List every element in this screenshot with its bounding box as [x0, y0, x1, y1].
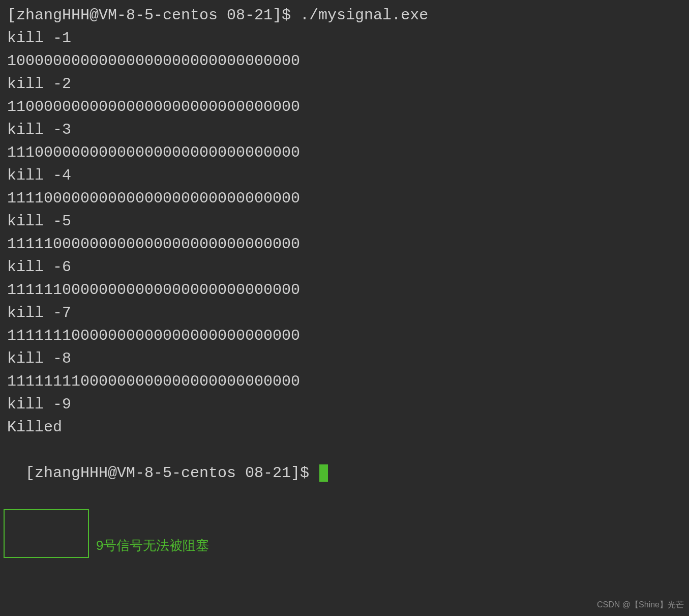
terminal-output-line: kill -9 — [7, 393, 689, 416]
terminal-prompt-line[interactable]: [zhangHHH@VM-8-5-centos 08-21]$ — [7, 439, 689, 485]
watermark: CSDN @【Shine】光芒 — [597, 599, 684, 611]
highlight-box — [4, 509, 89, 558]
terminal-output-line: 11100000000000000000000000000000 — [7, 141, 689, 164]
terminal-output-line: kill -4 — [7, 164, 689, 187]
terminal-output-line: kill -8 — [7, 347, 689, 370]
terminal-output-line: 11111100000000000000000000000000 — [7, 279, 689, 302]
terminal-output-line: 11111111000000000000000000000000 — [7, 370, 689, 393]
terminal-output-line: 10000000000000000000000000000000 — [7, 50, 689, 73]
terminal-output-line: 11111110000000000000000000000000 — [7, 325, 689, 347]
terminal-output-line: kill -3 — [7, 119, 689, 141]
terminal-output-line: kill -1 — [7, 27, 689, 50]
terminal-cursor — [319, 464, 328, 482]
terminal-output-line: kill -5 — [7, 210, 689, 233]
terminal-prompt-line: [zhangHHH@VM-8-5-centos 08-21]$ ./mysign… — [7, 4, 689, 27]
terminal-output-line: 11000000000000000000000000000000 — [7, 96, 689, 119]
annotation-text: 9号信号无法被阻塞 — [96, 536, 209, 555]
terminal-output-line: kill -7 — [7, 302, 689, 325]
prompt-text: [zhangHHH@VM-8-5-centos 08-21]$ — [25, 464, 318, 482]
terminal-output-line: 11111000000000000000000000000000 — [7, 233, 689, 256]
terminal-output-line: Killed — [7, 416, 689, 439]
terminal-output-line: kill -6 — [7, 256, 689, 279]
terminal-output-line: 11110000000000000000000000000000 — [7, 187, 689, 210]
terminal-output-line: kill -2 — [7, 73, 689, 96]
